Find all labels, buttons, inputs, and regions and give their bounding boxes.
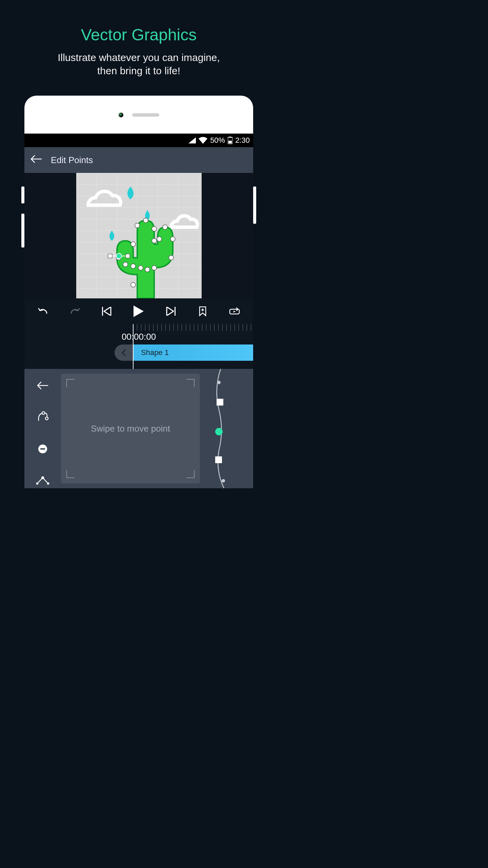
device-button-left-1 xyxy=(21,186,24,203)
svg-point-5 xyxy=(152,226,157,231)
svg-rect-22 xyxy=(102,307,103,316)
pad-hint: Swipe to move point xyxy=(91,423,170,434)
svg-point-14 xyxy=(131,264,136,269)
back-icon[interactable] xyxy=(30,155,42,165)
svg-point-8 xyxy=(163,225,167,230)
timeline-clip[interactable]: Shape 1 xyxy=(133,344,253,361)
svg-point-18 xyxy=(131,282,136,287)
svg-point-28 xyxy=(36,483,38,485)
promo-subtitle: Illustrate whatever you can imagine, the… xyxy=(0,51,278,77)
svg-point-13 xyxy=(138,265,143,270)
svg-point-4 xyxy=(143,218,148,223)
point-tool-column xyxy=(24,369,61,488)
timeline[interactable]: 00:00:00 Shape 1 xyxy=(24,324,253,369)
battery-percent: 50% xyxy=(210,136,225,145)
editor-title-bar: Edit Points xyxy=(24,147,253,173)
svg-point-24 xyxy=(42,412,45,414)
loop-button[interactable] xyxy=(225,302,244,321)
canvas[interactable] xyxy=(76,173,202,298)
curve-path-tool[interactable] xyxy=(33,410,52,425)
undo-button[interactable] xyxy=(34,302,53,321)
svg-rect-2 xyxy=(228,141,232,143)
device-frame: 50% 2:30 Edit Points xyxy=(24,96,253,488)
svg-point-15 xyxy=(123,262,128,267)
svg-point-6 xyxy=(152,238,157,243)
svg-point-30 xyxy=(47,483,49,485)
redo-button[interactable] xyxy=(65,302,84,321)
timecode: 00:00:00 xyxy=(122,332,156,342)
cactus-shape xyxy=(117,220,173,298)
clip-label: Shape 1 xyxy=(141,348,169,357)
corner-point-tool[interactable] xyxy=(33,473,52,489)
transport-bar xyxy=(24,298,253,324)
svg-point-9 xyxy=(170,237,175,241)
point-editor-panel: Swipe to move point xyxy=(24,369,253,488)
timeline-ruler[interactable] xyxy=(133,324,253,331)
wifi-icon xyxy=(199,137,207,144)
clip-prev-button[interactable] xyxy=(115,344,133,361)
svg-rect-20 xyxy=(108,254,112,258)
svg-point-32 xyxy=(222,479,225,482)
device-button-right xyxy=(253,186,256,224)
svg-point-12 xyxy=(145,267,150,272)
speaker-grille xyxy=(132,113,159,117)
svg-point-3 xyxy=(135,223,140,228)
playhead[interactable] xyxy=(133,324,134,369)
svg-point-11 xyxy=(152,265,157,270)
app-screen: 50% 2:30 Edit Points xyxy=(24,134,253,488)
svg-point-29 xyxy=(42,477,44,479)
device-hardware xyxy=(119,113,159,117)
selected-point xyxy=(116,253,122,259)
cell-signal-icon xyxy=(188,137,196,143)
canvas-area[interactable] xyxy=(24,173,253,298)
svg-point-31 xyxy=(217,381,221,384)
svg-rect-27 xyxy=(40,448,45,450)
clock: 2:30 xyxy=(235,136,250,145)
next-keyframe-button[interactable] xyxy=(161,302,180,321)
prev-keyframe-button[interactable] xyxy=(97,302,116,321)
path-preview-column[interactable] xyxy=(200,369,253,488)
path-selected-point xyxy=(215,428,223,435)
svg-point-10 xyxy=(169,255,174,260)
svg-point-25 xyxy=(45,417,48,420)
move-point-pad[interactable]: Swipe to move point xyxy=(61,374,200,484)
battery-icon xyxy=(228,137,232,144)
svg-point-7 xyxy=(157,237,162,241)
front-camera xyxy=(119,113,123,117)
svg-rect-21 xyxy=(126,254,130,258)
add-bookmark-button[interactable] xyxy=(193,302,212,321)
path-handle xyxy=(217,399,223,406)
device-button-left-2 xyxy=(21,214,24,248)
play-button[interactable] xyxy=(129,302,148,321)
editor-title: Edit Points xyxy=(51,155,93,165)
svg-point-17 xyxy=(131,242,136,246)
svg-rect-23 xyxy=(175,307,176,316)
path-handle xyxy=(215,456,222,463)
remove-point-tool[interactable] xyxy=(33,441,52,457)
promo-title: Vector Graphics xyxy=(0,25,278,44)
status-bar: 50% 2:30 xyxy=(24,134,253,147)
editor-back-button[interactable] xyxy=(33,378,52,393)
